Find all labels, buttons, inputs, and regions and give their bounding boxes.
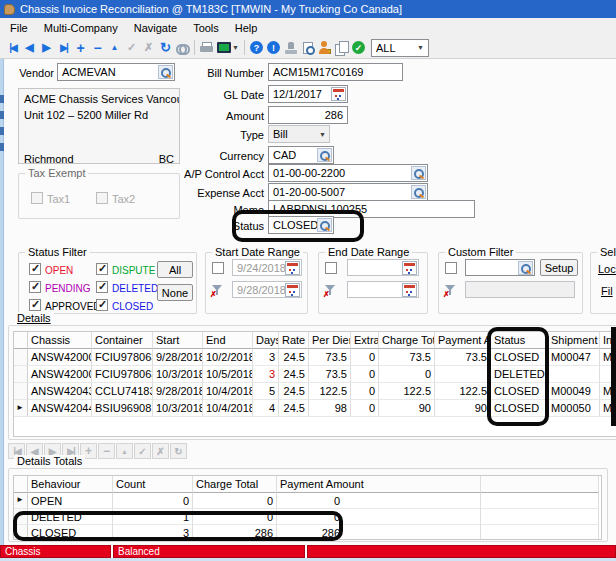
cell-per-diem[interactable]: 73.5	[309, 349, 351, 366]
cell-extra[interactable]: 0	[351, 383, 379, 400]
first-record-button[interactable]: |◀	[4, 39, 21, 56]
cell-charge-total[interactable]: 90	[379, 400, 435, 417]
cancel-button[interactable]: ✗	[140, 39, 157, 56]
currency-field[interactable]: CAD	[268, 146, 334, 164]
end-to-calendar-button[interactable]	[402, 283, 417, 297]
cell-payment-amt[interactable]: 73.5	[435, 349, 491, 366]
copy-button[interactable]	[333, 39, 350, 56]
cell-payment-amount[interactable]: 0	[277, 493, 481, 509]
cell-charge-total[interactable]: 0	[379, 366, 435, 383]
bill-number-field[interactable]: ACM15M17C0169	[268, 63, 403, 81]
cell-shipment[interactable]	[548, 366, 600, 383]
start-range-to-field[interactable]: 9/28/2018	[232, 281, 302, 298]
cell-rate[interactable]: 24.5	[279, 400, 309, 417]
menu-tools[interactable]: Tools	[185, 20, 227, 36]
start-range-from-field[interactable]: 9/24/2018	[232, 259, 302, 276]
filter-deleted-checkbox[interactable]	[96, 281, 108, 293]
cell-status[interactable]: CLOSED	[491, 383, 548, 400]
post-button[interactable]: ✓	[123, 39, 140, 56]
table-row-selected[interactable]: ► ANSW420442 BSIU969081 10/3/2018 10/4/2…	[14, 400, 616, 417]
cell-per-diem[interactable]: 122.5	[309, 383, 351, 400]
start-to-calendar-button[interactable]	[285, 283, 300, 297]
status-lookup-button[interactable]	[317, 218, 332, 232]
nav-refresh-button[interactable]: ↻	[170, 443, 187, 459]
type-combobox[interactable]: Bill ▼	[268, 125, 330, 143]
cell-container[interactable]: CCLU7418308	[92, 383, 153, 400]
cell-inv[interactable]: M0	[600, 383, 616, 400]
cell-start[interactable]: 10/3/2018	[153, 400, 203, 417]
filter-none-button[interactable]: None	[157, 284, 193, 301]
end-range-filter-clear-icon[interactable]: ✗	[324, 284, 338, 297]
gl-date-calendar-button[interactable]	[331, 87, 346, 101]
menu-help[interactable]: Help	[227, 20, 266, 36]
select-link-filter[interactable]: Fil	[601, 285, 613, 297]
cell-extra[interactable]: 0	[351, 349, 379, 366]
menu-file[interactable]: File	[2, 20, 36, 36]
filter-open-checkbox[interactable]	[29, 263, 41, 275]
cell-shipment[interactable]: M00047	[548, 349, 600, 366]
user-security-button[interactable]	[316, 39, 333, 56]
cell-chassis[interactable]: ANSW420004	[28, 349, 92, 366]
insert-record-button[interactable]: +	[72, 39, 89, 56]
end-range-to-field[interactable]	[347, 281, 419, 298]
prior-record-button[interactable]: ◀	[21, 39, 38, 56]
cell-container[interactable]: FCIU978063	[92, 349, 153, 366]
filter-approved-checkbox[interactable]	[29, 299, 41, 311]
about-button[interactable]: !	[265, 39, 282, 56]
record-filter-combobox[interactable]: ALL ▼	[371, 39, 429, 57]
totals-row-open[interactable]: ► OPEN 0 0 0	[14, 493, 601, 509]
cell-days[interactable]: 4	[253, 400, 279, 417]
tax1-checkbox[interactable]	[31, 192, 43, 204]
cell-inv[interactable]: M0	[600, 349, 616, 366]
custom-filter-setup-button[interactable]: Setup	[540, 259, 578, 276]
nav-edit-button[interactable]: ▲	[116, 443, 133, 459]
cell-charge-total[interactable]: 73.5	[379, 349, 435, 366]
cell-per-diem[interactable]: 73.5	[309, 366, 351, 383]
custom-filter-lookup-button[interactable]	[518, 261, 533, 275]
gl-date-field[interactable]: 12/1/2017	[268, 85, 348, 103]
cell-payment-amt[interactable]: 90	[435, 400, 491, 417]
cell-payment-amt[interactable]	[435, 366, 491, 383]
cell-charge-total[interactable]: 122.5	[379, 383, 435, 400]
expense-acct-field[interactable]: 01-20-00-5007	[268, 183, 428, 201]
cell-payment-amount[interactable]: 286	[277, 525, 481, 540]
cell-shipment[interactable]: M00049	[548, 383, 600, 400]
cell-payment-amount[interactable]: 0	[277, 509, 481, 525]
cell-charge-total[interactable]: 0	[193, 493, 277, 509]
cell-end[interactable]: 10/5/2018	[203, 366, 253, 383]
table-row[interactable]: ANSW420004 FCIU978063 9/28/2018 10/2/201…	[14, 349, 616, 366]
nav-cancel-button[interactable]: ✗	[152, 443, 169, 459]
cell-chassis[interactable]: ANSW420442	[28, 400, 92, 417]
cell-status[interactable]: CLOSED	[491, 400, 548, 417]
cell-end[interactable]: 10/4/2018	[203, 383, 253, 400]
refresh-button[interactable]: ↻	[157, 39, 174, 56]
cell-charge-total[interactable]: 0	[193, 509, 277, 525]
print-button[interactable]	[198, 39, 215, 56]
cell-per-diem[interactable]: 98	[309, 400, 351, 417]
cell-rate[interactable]: 24.5	[279, 349, 309, 366]
end-range-enable-checkbox[interactable]	[325, 262, 337, 274]
expense-acct-lookup-button[interactable]	[411, 185, 426, 199]
filter-all-button[interactable]: All	[157, 261, 193, 278]
cell-count[interactable]: 0	[113, 493, 193, 509]
cell-days[interactable]: 3	[253, 366, 279, 383]
start-from-calendar-button[interactable]	[285, 261, 300, 275]
cell-container[interactable]: BSIU969081	[92, 400, 153, 417]
custom-filter-clear-icon[interactable]: ✗	[444, 284, 458, 297]
cell-count[interactable]: 1	[113, 509, 193, 525]
start-range-filter-clear-icon[interactable]: ✗	[211, 284, 225, 297]
nav-post-button[interactable]: ✓	[134, 443, 151, 459]
table-row[interactable]: ANSW420439 CCLU7418308 9/28/2018 10/4/20…	[14, 383, 616, 400]
cell-shipment[interactable]: M00050	[548, 400, 600, 417]
cell-inv[interactable]: M0	[600, 400, 616, 417]
help-button[interactable]: ?	[248, 39, 265, 56]
cell-behaviour[interactable]: OPEN	[28, 493, 113, 509]
next-record-button[interactable]: ▶	[38, 39, 55, 56]
cell-end[interactable]: 10/2/2018	[203, 349, 253, 366]
cell-end[interactable]: 10/4/2018	[203, 400, 253, 417]
cell-charge-total[interactable]: 286	[193, 525, 277, 540]
find-button[interactable]	[174, 39, 191, 56]
end-range-from-field[interactable]	[347, 259, 419, 276]
select-link-locate[interactable]: Loca	[598, 263, 616, 275]
approve-button[interactable]: ✓	[350, 39, 367, 56]
